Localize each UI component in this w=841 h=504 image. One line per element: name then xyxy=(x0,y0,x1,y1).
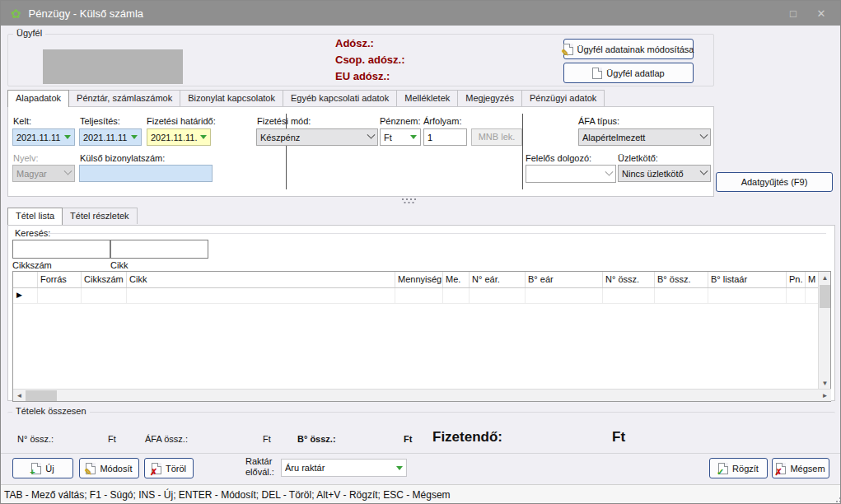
arfolyam-label: Árfolyam: xyxy=(423,116,461,126)
dropdown-arrow-icon xyxy=(396,466,403,470)
group-tax-number-label: Csop. adósz.: xyxy=(335,54,405,66)
felelos-dolgozo-label: Felelős dolgozó: xyxy=(526,153,591,163)
main-tabbar: Alapadatok Pénztár, számlaszámok Bizonyl… xyxy=(7,90,604,107)
search-group-label: Keresés: xyxy=(15,228,50,238)
uzletkoto-label: Üzletkötő: xyxy=(618,153,658,163)
column-header-b-ossz[interactable]: B° össz. xyxy=(655,272,708,287)
kulso-bizonylatszam-input[interactable] xyxy=(79,165,213,182)
fizetesi-mod-label: Fizetési mód: xyxy=(257,116,311,126)
splitter-grip[interactable] xyxy=(402,198,404,200)
tab-alapadatok[interactable]: Alapadatok xyxy=(7,90,69,107)
column-header-mennyiseg[interactable]: Mennyiség xyxy=(395,272,443,287)
maximize-button[interactable]: □ xyxy=(779,1,807,26)
current-row-marker-icon: ▶ xyxy=(16,291,22,299)
tab-tetel-lista[interactable]: Tétel lista xyxy=(7,208,63,225)
horizontal-scroll-thumb[interactable] xyxy=(26,390,57,401)
search-group-border xyxy=(48,233,826,234)
action-bar: + Új ✎ Módosít ✗ Töröl Raktár elővál.: Á… xyxy=(1,453,840,484)
tab-egyeb-kapcsolati-adatok[interactable]: Egyéb kapcsolati adatok xyxy=(283,90,397,106)
afa-tipus-label: ÁFA típus: xyxy=(578,116,619,126)
chevron-down-icon xyxy=(64,167,72,175)
payable-unit: Ft xyxy=(612,429,625,446)
eu-tax-number-label: EU adósz.: xyxy=(335,70,405,82)
new-item-button[interactable]: + Új xyxy=(12,458,73,478)
uzletkoto-select[interactable]: Nincs üzletkötő xyxy=(618,165,711,182)
scroll-down-icon[interactable]: ▼ xyxy=(819,377,831,390)
search-cikk-input[interactable] xyxy=(110,240,208,259)
item-list-panel: Keresés: Cikkszám Cikk Forrás Cikkszám C… xyxy=(7,225,835,401)
scroll-right-icon[interactable]: ► xyxy=(819,390,831,402)
table-row[interactable]: ▶ xyxy=(13,288,830,304)
tab-bizonylat-kapcsolatok[interactable]: Bizonylat kapcsolatok xyxy=(180,90,283,106)
adatgyujtes-button[interactable]: Adatgyűjtés (F9) xyxy=(716,172,833,192)
scroll-up-icon[interactable]: ▲ xyxy=(819,272,831,284)
customer-datasheet-button[interactable]: Ügyfél adatlap xyxy=(563,63,694,83)
scroll-left-icon[interactable]: ◄ xyxy=(13,390,26,402)
adatgyujtes-label: Adatgyűjtés (F9) xyxy=(741,177,808,187)
arfolyam-input[interactable] xyxy=(423,128,467,146)
vertical-scrollbar[interactable]: ▲ ▼ xyxy=(818,272,830,390)
row-selector-header xyxy=(13,272,38,287)
kelt-date-picker[interactable]: 2021.11.11. xyxy=(12,128,75,146)
fizetesi-hatarido-date-picker[interactable]: 2021.11.11. xyxy=(147,128,211,146)
modify-item-button[interactable]: ✎ Módosít xyxy=(79,458,139,478)
column-header-n-ear[interactable]: N° eár. xyxy=(470,272,526,287)
horizontal-scrollbar[interactable]: ◄ ► xyxy=(13,389,831,401)
gross-total-unit: Ft xyxy=(404,434,412,444)
totals-group-label: Tételek összesen xyxy=(12,406,90,416)
net-total-unit: Ft xyxy=(108,434,116,444)
column-header-n-ossz[interactable]: N° össz. xyxy=(603,272,655,287)
new-document-icon: + xyxy=(31,463,41,474)
tab-mellekletek[interactable]: Mellékletek xyxy=(396,90,458,106)
afa-tipus-select[interactable]: Alapértelmezett xyxy=(578,128,711,146)
close-button[interactable]: ✕ xyxy=(807,1,835,26)
item-tabbar: Tétel lista Tétel részletek xyxy=(7,208,137,225)
save-button[interactable]: ✓ Rögzít xyxy=(709,458,768,478)
cancel-button[interactable]: ✗ Mégsem xyxy=(772,458,829,478)
resize-grip[interactable] xyxy=(836,501,838,502)
save-label: Rögzít xyxy=(732,464,759,474)
chevron-down-icon xyxy=(700,131,708,139)
search-cikkszam-input[interactable] xyxy=(12,240,110,259)
delete-item-button[interactable]: ✗ Töröl xyxy=(144,458,194,478)
kelt-label: Kelt: xyxy=(13,116,31,126)
tax-number-label: Adósz.: xyxy=(335,37,405,49)
warehouse-preselect-label: Raktár elővál.: xyxy=(245,456,274,478)
teljesites-label: Teljesítés: xyxy=(80,116,120,126)
column-header-m[interactable]: M xyxy=(806,272,818,287)
column-header-cikkszam[interactable]: Cikkszám xyxy=(82,272,127,287)
customer-groupbox: Ügyfél Adósz.: Csop. adósz.: EU adósz.: … xyxy=(7,34,714,86)
penznem-select[interactable]: Ft xyxy=(380,128,421,146)
status-bar-text: TAB - Mező váltás; F1 - Súgó; INS - Új; … xyxy=(4,489,451,501)
vertical-scroll-thumb[interactable] xyxy=(820,285,830,308)
chevron-down-icon xyxy=(605,167,614,175)
column-header-cikk[interactable]: Cikk xyxy=(127,272,395,287)
app-icon: ✿ xyxy=(11,7,21,20)
search-cikkszam-label: Cikkszám xyxy=(12,260,52,270)
felelos-dolgozo-input[interactable] xyxy=(526,165,616,183)
tab-penzugyi-adatok[interactable]: Pénzügyi adatok xyxy=(521,90,605,106)
fizetesi-mod-select[interactable]: Készpénz xyxy=(256,128,378,146)
totals-groupbox: Tételek összesen N° össz.: Ft ÁFA össz.:… xyxy=(7,412,835,450)
dropdown-arrow-icon xyxy=(410,135,417,139)
tab-megjegyzes[interactable]: Megjegyzés xyxy=(457,90,522,106)
mnb-lekerdezes-button: MNB lek. xyxy=(471,128,522,146)
modify-customer-button[interactable]: ✎ Ügyfél adatainak módosítása xyxy=(563,39,694,59)
teljesites-date-picker[interactable]: 2021.11.11. xyxy=(79,128,142,146)
tax-number-labels: Adósz.: Csop. adósz.: EU adósz.: xyxy=(335,37,405,82)
column-header-me[interactable]: Me. xyxy=(443,272,470,287)
column-header-b-ear[interactable]: B° eár xyxy=(526,272,603,287)
warehouse-select[interactable]: Áru raktár xyxy=(281,459,407,477)
payable-label: Fizetendő: xyxy=(432,429,502,446)
tab-penztar-szamlaszamok[interactable]: Pénztár, számlaszámok xyxy=(68,90,180,106)
divider xyxy=(522,114,523,189)
dropdown-arrow-icon xyxy=(131,135,138,139)
status-bar: TAB - Mező váltás; F1 - Súgó; INS - Új; … xyxy=(1,484,840,504)
tab-tetel-reszletek[interactable]: Tétel részletek xyxy=(62,208,138,224)
column-header-b-listaar[interactable]: B° listaár xyxy=(708,272,787,287)
nyelv-select: Magyar xyxy=(12,165,75,182)
column-header-forras[interactable]: Forrás xyxy=(38,272,82,287)
column-header-pn[interactable]: Pn. xyxy=(787,272,806,287)
vat-total-label: ÁFA össz.: xyxy=(145,434,188,444)
customer-datasheet-label: Ügyfél adatlap xyxy=(606,68,664,78)
